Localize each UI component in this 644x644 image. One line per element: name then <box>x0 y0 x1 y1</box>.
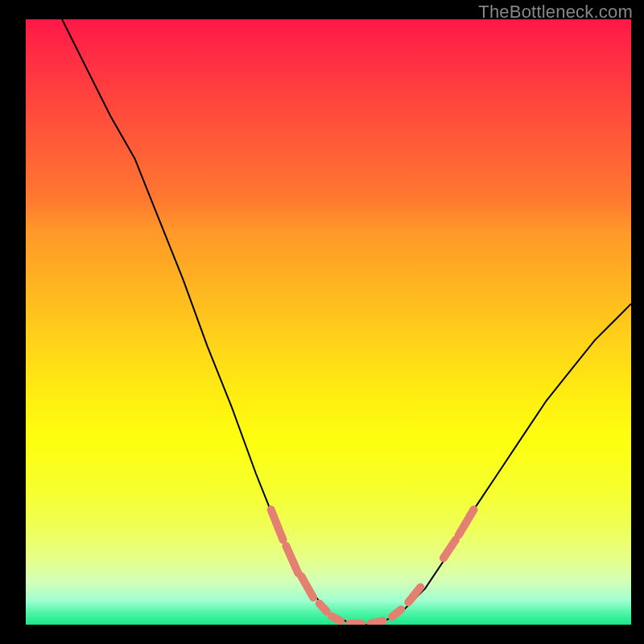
watermark-text: TheBottleneck.com <box>478 2 633 23</box>
bottleneck-chart <box>26 19 631 625</box>
highlight-dash <box>349 624 361 625</box>
highlight-dash <box>332 617 341 621</box>
chart-lines-group <box>62 19 631 625</box>
chart-svg <box>26 19 631 625</box>
highlight-dash <box>371 621 383 624</box>
highlight-dash <box>271 510 283 540</box>
highlight-dash <box>444 540 456 559</box>
highlight-dash <box>286 546 298 573</box>
highlight-dash <box>408 587 420 602</box>
highlight-dash <box>459 510 474 535</box>
bottleneck-curve-line <box>62 19 631 625</box>
highlight-dash <box>320 604 327 612</box>
highlight-dash <box>392 609 401 617</box>
highlight-dash <box>301 576 313 597</box>
